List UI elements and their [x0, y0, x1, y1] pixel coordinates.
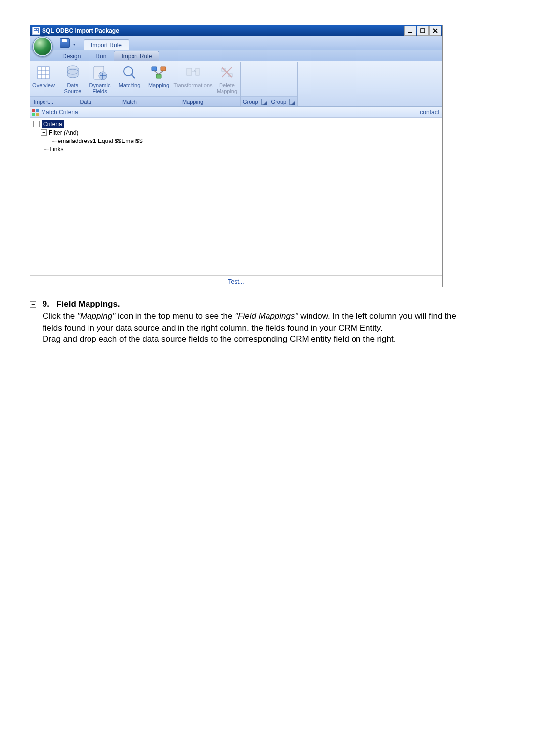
- delete-mapping-icon: [219, 64, 235, 81]
- step-heading: Field Mappings.: [56, 299, 120, 309]
- save-icon[interactable]: [60, 38, 70, 48]
- group-extra-1-text: Group: [243, 99, 258, 105]
- qat-customize-icon[interactable]: —▾: [73, 39, 78, 47]
- transformations-button[interactable]: Transformations: [172, 63, 214, 88]
- app-icon: [32, 27, 40, 35]
- ribbon-group-extra-1: Group: [241, 62, 269, 106]
- svg-rect-5: [421, 29, 425, 33]
- tree-toggle-icon[interactable]: −: [33, 121, 40, 127]
- tree-connector-icon: └┈: [42, 146, 49, 153]
- group-label-extra-2: Group: [269, 96, 298, 106]
- group-extra-2-text: Group: [271, 99, 287, 105]
- quick-access-toolbar: —▾ Import Rule: [30, 36, 442, 50]
- dialog-launcher-icon[interactable]: [289, 99, 295, 105]
- tree-node-filter[interactable]: Filter (And): [49, 129, 78, 136]
- svg-rect-19: [152, 67, 157, 71]
- overview-icon: [35, 64, 52, 81]
- svg-rect-30: [32, 113, 35, 116]
- overview-button[interactable]: Overview: [32, 63, 55, 88]
- svg-rect-1: [34, 29, 36, 30]
- svg-rect-22: [187, 68, 192, 75]
- tree-node-condition[interactable]: emailaddress1 Equal $$Email$$: [58, 138, 143, 144]
- secondary-tab-bar: Design Run Import Rule: [30, 50, 442, 61]
- mapping-label: Mapping: [148, 82, 169, 88]
- svg-line-18: [131, 74, 135, 78]
- matching-button[interactable]: Matching: [116, 63, 143, 88]
- dynamic-fields-label: Dynamic Fields: [89, 82, 111, 94]
- step-text: Click the: [43, 311, 77, 321]
- ribbon-group-extra-2: Group: [269, 62, 298, 106]
- tab-import-rule[interactable]: Import Rule: [114, 51, 159, 61]
- ribbon-group-mapping: Mapping Transformations Delete Mapping: [145, 62, 241, 106]
- panel-entity: contact: [420, 109, 439, 116]
- ribbon-group-data: Data Source Dynamic Fields Data: [57, 62, 114, 106]
- window-title: SQL ODBC Import Package: [42, 27, 404, 34]
- instruction-step: − 9. Field Mappings. Click the "Mapping"…: [30, 298, 470, 345]
- ribbon: Overview Import... Data Source: [30, 61, 442, 107]
- ribbon-group-import: Overview Import...: [30, 62, 57, 106]
- data-source-label: Data Source: [60, 82, 86, 94]
- criteria-tree: − Criteria − Filter (And) └┈ emailaddres…: [30, 118, 442, 276]
- group-label-import: Import...: [30, 96, 57, 106]
- test-bar: Test...: [30, 276, 442, 287]
- panel-title: Match Criteria: [41, 109, 78, 116]
- svg-rect-29: [36, 109, 39, 112]
- svg-rect-3: [34, 31, 38, 33]
- minimize-button[interactable]: [404, 26, 416, 36]
- tab-import-rule-primary[interactable]: Import Rule: [84, 39, 129, 50]
- maximize-button[interactable]: [417, 26, 429, 36]
- step-text: icon in the top menu to see the: [118, 311, 235, 321]
- database-icon: [64, 64, 81, 81]
- group-label-match: Match: [114, 96, 145, 106]
- step-text-em: "Mapping": [77, 311, 115, 321]
- group-label-mapping: Mapping: [145, 96, 240, 106]
- overview-label: Overview: [32, 82, 55, 88]
- close-button[interactable]: [429, 26, 441, 36]
- match-criteria-icon: [31, 108, 39, 116]
- group-label-data: Data: [57, 96, 114, 106]
- tree-node-criteria[interactable]: Criteria: [42, 120, 64, 128]
- svg-rect-8: [38, 67, 49, 79]
- step-text-em: "Field Mappings": [235, 311, 298, 321]
- svg-rect-21: [156, 74, 161, 78]
- magnifier-icon: [121, 64, 138, 81]
- test-link[interactable]: Test...: [228, 278, 244, 285]
- tab-run[interactable]: Run: [88, 51, 114, 61]
- svg-rect-20: [161, 67, 166, 71]
- panel-header: Match Criteria contact: [30, 107, 442, 118]
- dynamic-fields-button[interactable]: Dynamic Fields: [88, 63, 112, 94]
- transformations-label: Transformations: [173, 82, 212, 88]
- collapse-box-icon[interactable]: −: [30, 301, 36, 308]
- office-button[interactable]: [32, 36, 53, 57]
- tab-design[interactable]: Design: [55, 51, 88, 61]
- dynamic-fields-icon: [91, 64, 108, 81]
- mapping-button[interactable]: Mapping: [147, 63, 171, 88]
- svg-rect-31: [36, 113, 39, 116]
- svg-rect-23: [196, 68, 199, 75]
- delete-mapping-button[interactable]: Delete Mapping: [215, 63, 239, 94]
- dialog-launcher-icon[interactable]: [261, 99, 267, 105]
- svg-rect-28: [32, 109, 35, 112]
- app-window: SQL ODBC Import Package —▾ Import Rule D…: [30, 25, 443, 287]
- matching-label: Matching: [119, 82, 141, 88]
- tree-connector-icon: └┈: [50, 138, 57, 144]
- step-text-2: Drag and drop each of the data source fi…: [43, 334, 396, 344]
- delete-mapping-label: Delete Mapping: [216, 82, 238, 94]
- transformations-icon: [184, 64, 201, 81]
- group-label-extra-1: Group: [241, 96, 269, 106]
- mapping-icon: [150, 64, 167, 81]
- tree-toggle-icon[interactable]: −: [41, 129, 47, 136]
- data-source-button[interactable]: Data Source: [59, 63, 87, 94]
- step-number: 9.: [43, 299, 49, 309]
- svg-rect-2: [37, 29, 38, 30]
- title-bar: SQL ODBC Import Package: [30, 25, 442, 36]
- tree-node-links[interactable]: Links: [50, 146, 64, 153]
- ribbon-group-match: Matching Match: [114, 62, 145, 106]
